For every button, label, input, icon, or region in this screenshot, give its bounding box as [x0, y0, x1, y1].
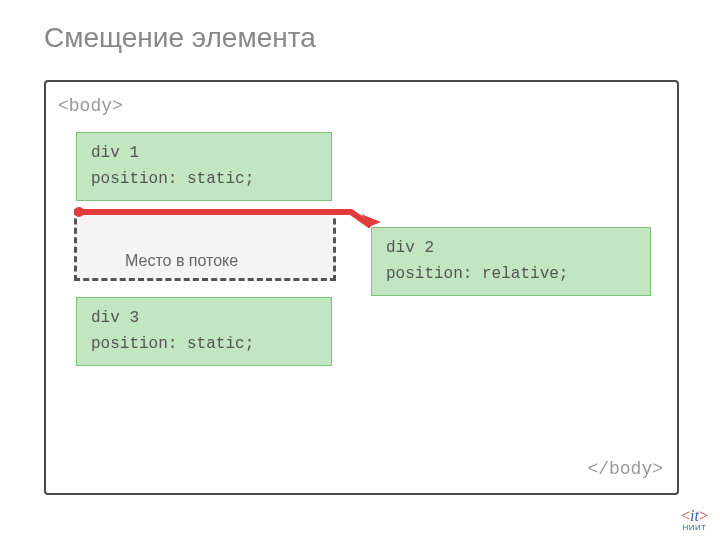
div2-name: div 2	[386, 236, 636, 262]
div3-css: position: static;	[91, 332, 317, 358]
placeholder-label: Место в потоке	[125, 251, 238, 270]
logo-angle-left: <	[681, 507, 690, 524]
logo-brand: it	[690, 507, 699, 524]
div3-name: div 3	[91, 306, 317, 332]
svg-marker-1	[361, 214, 381, 226]
logo-angle-right: >	[699, 507, 708, 524]
div1-box: div 1 position: static;	[76, 132, 332, 201]
body-open-tag: <body>	[58, 96, 123, 116]
div2-css: position: relative;	[386, 262, 636, 288]
body-close-tag: </body>	[587, 459, 663, 479]
logo: <it> НИИТ	[681, 508, 708, 532]
div3-box: div 3 position: static;	[76, 297, 332, 366]
logo-org: НИИТ	[681, 524, 708, 532]
slide-title: Смещение элемента	[0, 0, 720, 54]
div1-name: div 1	[91, 141, 317, 167]
body-frame: <body> div 1 position: static; Место в п…	[44, 80, 679, 495]
flow-placeholder: Место в потоке	[74, 209, 336, 281]
div1-css: position: static;	[91, 167, 317, 193]
div2-box: div 2 position: relative;	[371, 227, 651, 296]
